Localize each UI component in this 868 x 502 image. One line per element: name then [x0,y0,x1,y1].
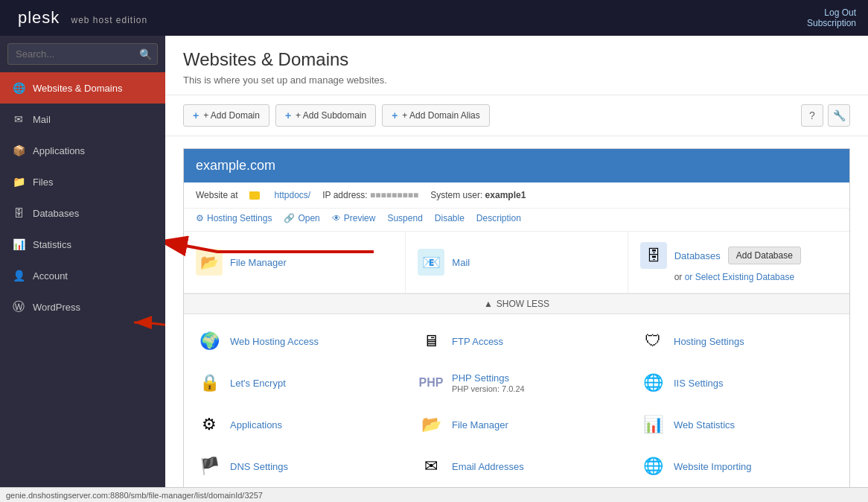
ip-label: IP address: ■■■■■■■■■ [322,190,418,200]
iis-settings-item[interactable]: 🌐 IIS Settings [628,362,849,404]
sidebar-item-websites-domains[interactable]: 🌐 Websites & Domains [0,72,165,104]
dns-settings-item[interactable]: 🏴 DNS Settings [184,445,406,487]
lets-encrypt-icon: 🔒 [196,369,223,396]
domain-name: example.com [196,158,275,174]
toolbar: + + Add Domain + + Add Subdomain + + Add… [165,95,868,136]
page-title: Websites & Domains [183,49,850,70]
open-link-icon: 🔗 [284,213,295,223]
status-url: genie.dnshostingserver.com:8880/smb/file… [6,491,263,500]
sidebar: 🔍 🌐 Websites & Domains ✉ Mail 📦 Applicat… [0,36,165,502]
mail-quick-label: Mail [452,257,470,268]
preview-link[interactable]: 👁 Preview [332,213,376,223]
databases-icon: 🗄 [12,206,25,220]
sidebar-item-databases[interactable]: 🗄 Databases [0,197,165,229]
show-less-bar[interactable]: ▲ SHOW LESS [184,293,849,314]
help-button[interactable]: ? [801,104,823,127]
file-manager-item[interactable]: 📂 File Manager [406,404,628,445]
web-statistics-icon: 📊 [639,411,666,438]
domain-info-row: Website at httpdocs/ IP address: ■■■■■■■… [184,182,849,209]
php-settings-item[interactable]: PHP PHP Settings PHP version: 7.0.24 [406,362,628,404]
email-addresses-icon: ✉ [418,453,444,480]
databases-quick-action: 🗄 Databases Add Database or or Select Ex… [628,232,849,293]
add-database-button[interactable]: Add Database [728,247,801,264]
globe-icon: 🌐 [12,81,25,95]
search-box: 🔍 [0,36,165,72]
account-icon: 👤 [12,269,25,282]
ftp-access-item[interactable]: 🖥 FTP Access [406,320,628,362]
description-link[interactable]: Description [476,213,521,223]
page-header: Websites & Domains This is where you set… [165,36,868,95]
toolbar-right: ? 🔧 [801,104,850,127]
hosting-settings-link[interactable]: ⚙ Hosting Settings [196,213,272,223]
ftp-access-icon: 🖥 [418,328,444,355]
plus-icon-2: + [285,109,291,121]
applications-feature-icon: ⚙ [196,411,223,438]
logo: plesk web host edition [12,8,147,28]
sidebar-item-account[interactable]: 👤 Account [0,260,165,291]
layout: 🔍 🌐 Websites & Domains ✉ Mail 📦 Applicat… [0,36,868,502]
add-subdomain-button[interactable]: + + Add Subdomain [275,104,376,127]
search-input[interactable] [7,43,158,65]
website-at-label: Website at [196,190,237,200]
add-domain-alias-button[interactable]: + + Add Domain Alias [382,104,490,127]
email-addresses-item[interactable]: ✉ Email Addresses [406,445,628,487]
disable-link[interactable]: Disable [435,213,465,223]
files-icon: 📁 [12,175,25,188]
feature-grid: 🌍 Web Hosting Access 🖥 FTP Access 🛡 Host… [184,314,849,502]
httpdocs-link[interactable]: httpdocs/ [274,190,310,200]
add-domain-button[interactable]: + + Add Domain [183,104,269,127]
sidebar-item-applications[interactable]: 📦 Applications [0,135,165,166]
select-existing-database-link[interactable]: or Select Existing Database [685,272,794,282]
iis-settings-icon: 🌐 [639,369,666,396]
search-icon: 🔍 [139,48,152,60]
domain-links: ⚙ Hosting Settings 🔗 Open 👁 Preview Susp… [184,209,849,232]
logout-link[interactable]: Log Out [824,7,856,18]
sidebar-item-mail[interactable]: ✉ Mail [0,104,165,135]
plus-icon-3: + [392,109,398,121]
hosting-settings-item[interactable]: 🛡 Hosting Settings [628,320,849,362]
mail-icon: ✉ [12,112,25,126]
hosting-settings-icon: 🛡 [639,328,666,355]
open-link[interactable]: 🔗 Open [284,213,319,223]
domain-block: example.com Website at httpdocs/ IP addr… [183,148,850,502]
file-manager-feature-icon: 📂 [418,411,444,438]
subscription-link[interactable]: Subscription [807,18,856,28]
preview-link-icon: 👁 [332,213,341,223]
chevron-up-icon: ▲ [484,299,493,309]
php-settings-icon: PHP [418,369,444,396]
website-importing-icon: 🌐 [639,453,666,480]
suspend-link[interactable]: Suspend [387,213,422,223]
statistics-icon: 📊 [12,238,25,251]
hosting-settings-link-icon: ⚙ [196,213,204,223]
sidebar-item-wordpress[interactable]: Ⓦ WordPress [0,291,165,323]
applications-icon: 📦 [12,144,25,157]
main-content: Websites & Domains This is where you set… [165,36,868,502]
header-right: Log Out Subscription [807,7,856,28]
status-bar: genie.dnshostingserver.com:8880/smb/file… [0,487,868,502]
applications-item[interactable]: ⚙ Applications [184,404,406,445]
folder-icon [249,191,260,200]
databases-quick-icon: 🗄 [640,242,667,269]
file-manager-label: File Manager [230,257,287,268]
lets-encrypt-item[interactable]: 🔒 Let's Encrypt [184,362,406,404]
web-hosting-access-icon: 🌍 [196,328,223,355]
sidebar-item-files[interactable]: 📁 Files [0,166,165,197]
app-header: plesk web host edition Log Out Subscript… [0,0,868,36]
mail-quick-action[interactable]: 📧 Mail [406,232,628,293]
domain-header: example.com [184,149,849,182]
sidebar-item-statistics[interactable]: 📊 Statistics [0,229,165,260]
page-subtitle: This is where you set up and manage webs… [183,74,850,86]
dns-settings-icon: 🏴 [196,453,223,480]
quick-actions: 📂 File Manager 📧 Mail 🗄 Databases Add Da… [184,232,849,293]
databases-quick-label: Databases [674,250,721,261]
web-statistics-item[interactable]: 📊 Web Statistics [628,404,849,445]
file-manager-quick-action[interactable]: 📂 File Manager [184,232,406,293]
tools-button[interactable]: 🔧 [828,104,850,127]
file-manager-icon: 📂 [196,249,223,276]
wordpress-icon: Ⓦ [12,300,25,314]
mail-quick-icon: 📧 [418,249,444,276]
sysuser-label: System user: example1 [430,190,526,200]
plus-icon: + [193,109,199,121]
web-hosting-access-item[interactable]: 🌍 Web Hosting Access [184,320,406,362]
website-importing-item[interactable]: 🌐 Website Importing [628,445,849,487]
